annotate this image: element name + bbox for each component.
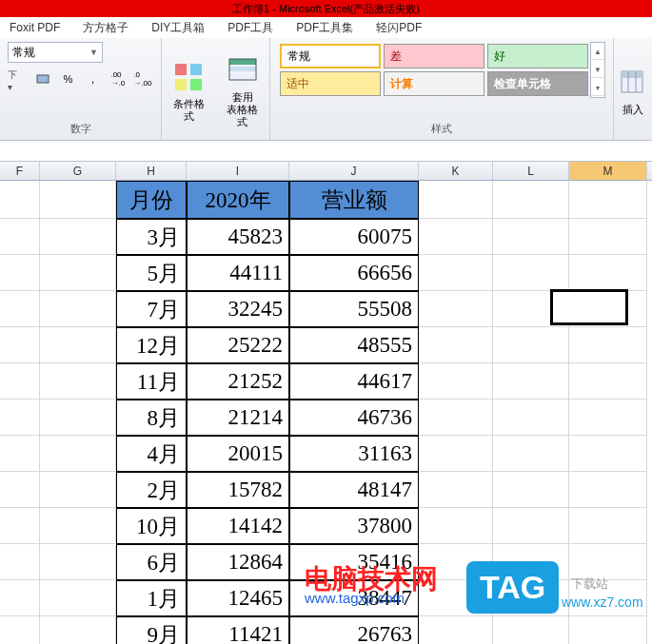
- table-cell[interactable]: 8月: [116, 400, 187, 436]
- cell[interactable]: [493, 291, 569, 327]
- table-cell[interactable]: 48147: [289, 472, 419, 508]
- cell[interactable]: [493, 363, 569, 400]
- cell[interactable]: [419, 255, 493, 291]
- cell[interactable]: [0, 291, 40, 327]
- cell[interactable]: [419, 400, 493, 436]
- cell[interactable]: [493, 181, 569, 219]
- col-header-g[interactable]: G: [40, 162, 116, 180]
- cell[interactable]: [569, 363, 647, 400]
- table-cell[interactable]: 44617: [289, 363, 419, 400]
- table-cell[interactable]: 12465: [187, 580, 289, 616]
- cell[interactable]: [0, 508, 40, 544]
- tab-foxit[interactable]: Foxit PDF: [10, 21, 60, 34]
- cell[interactable]: [493, 255, 569, 291]
- cell[interactable]: [493, 219, 569, 255]
- style-up-icon[interactable]: ▲: [591, 44, 604, 60]
- cell[interactable]: [40, 181, 116, 219]
- col-header-m[interactable]: M: [569, 162, 647, 180]
- table-cell[interactable]: 14142: [187, 508, 289, 544]
- table-cell[interactable]: 20015: [187, 436, 289, 472]
- insert-button[interactable]: 插入: [614, 38, 652, 140]
- tab-diy[interactable]: DIY工具箱: [151, 20, 205, 36]
- table-cell[interactable]: 11月: [116, 363, 187, 400]
- table-cell[interactable]: 38447: [289, 580, 419, 616]
- formula-bar[interactable]: [0, 141, 652, 162]
- cell[interactable]: [569, 472, 647, 508]
- table-cell[interactable]: 44111: [187, 255, 289, 291]
- cell[interactable]: [419, 291, 493, 327]
- style-good[interactable]: 好: [487, 44, 588, 68]
- table-cell[interactable]: 21214: [187, 400, 289, 436]
- table-cell[interactable]: 7月: [116, 291, 187, 327]
- cell[interactable]: [0, 255, 40, 291]
- decrease-decimal-button[interactable]: .0→.00: [132, 68, 153, 89]
- table-cell[interactable]: 66656: [289, 255, 419, 291]
- cell[interactable]: [569, 327, 647, 363]
- table-cell[interactable]: 32245: [187, 291, 289, 327]
- table-cell[interactable]: 46736: [289, 400, 419, 436]
- table-cell[interactable]: 21252: [187, 363, 289, 400]
- cell[interactable]: [419, 363, 493, 400]
- cell[interactable]: [569, 291, 647, 327]
- cell[interactable]: [419, 472, 493, 508]
- table-cell[interactable]: 12864: [187, 544, 289, 580]
- cell[interactable]: [493, 580, 569, 616]
- col-header-j[interactable]: J: [289, 162, 419, 180]
- table-header[interactable]: 营业额: [289, 181, 419, 219]
- table-cell[interactable]: 37800: [289, 508, 419, 544]
- cell[interactable]: [569, 544, 647, 580]
- cell[interactable]: [493, 544, 569, 580]
- style-bad[interactable]: 差: [384, 44, 484, 68]
- table-cell[interactable]: 12月: [116, 327, 187, 363]
- style-check[interactable]: 检查单元格: [487, 71, 588, 96]
- col-header-k[interactable]: K: [419, 162, 493, 180]
- table-cell[interactable]: 35416: [289, 544, 419, 580]
- cell[interactable]: [0, 472, 40, 508]
- table-cell[interactable]: 26763: [289, 616, 419, 644]
- cell[interactable]: [40, 255, 116, 291]
- table-header[interactable]: 月份: [116, 181, 187, 219]
- table-cell[interactable]: 45823: [187, 219, 289, 255]
- table-cell[interactable]: 31163: [289, 436, 419, 472]
- cell[interactable]: [419, 181, 493, 219]
- cell[interactable]: [40, 327, 116, 363]
- style-down-icon[interactable]: ▼: [591, 62, 604, 78]
- cell[interactable]: [0, 580, 40, 616]
- style-neutral[interactable]: 适中: [280, 71, 381, 96]
- tab-pdftool[interactable]: PDF工具: [227, 20, 273, 36]
- cell[interactable]: [419, 327, 493, 363]
- col-header-f[interactable]: F: [0, 162, 40, 180]
- increase-decimal-button[interactable]: .00→.0: [108, 68, 128, 89]
- cell[interactable]: [0, 400, 40, 436]
- cell[interactable]: [569, 181, 647, 219]
- cell[interactable]: [569, 436, 647, 472]
- cell[interactable]: [419, 544, 493, 580]
- tab-fangfang[interactable]: 方方格子: [83, 20, 128, 36]
- table-cell[interactable]: 9月: [116, 616, 187, 644]
- cell[interactable]: [419, 508, 493, 544]
- col-header-l[interactable]: L: [493, 162, 569, 180]
- cell[interactable]: [569, 580, 647, 616]
- table-cell[interactable]: 2月: [116, 472, 187, 508]
- cell[interactable]: [419, 436, 493, 472]
- style-more-icon[interactable]: ▾: [591, 80, 604, 96]
- table-format-button[interactable]: 套用 表格格式: [216, 38, 270, 140]
- cell[interactable]: [569, 219, 647, 255]
- table-cell[interactable]: 10月: [116, 508, 187, 544]
- cell[interactable]: [40, 616, 116, 644]
- cell[interactable]: [40, 291, 116, 327]
- cell[interactable]: [40, 472, 116, 508]
- table-cell[interactable]: 25222: [187, 327, 289, 363]
- number-format-select[interactable]: 常规 ▼: [8, 42, 103, 63]
- table-cell[interactable]: 11421: [187, 616, 289, 644]
- style-calc[interactable]: 计算: [384, 71, 484, 96]
- worksheet[interactable]: F G H I J K L M 月份2020年营业额3月45823600755月…: [0, 162, 652, 644]
- cell[interactable]: [419, 219, 493, 255]
- grid[interactable]: 月份2020年营业额3月45823600755月44111666567月3224…: [0, 181, 652, 644]
- cell[interactable]: [569, 255, 647, 291]
- table-cell[interactable]: 6月: [116, 544, 187, 580]
- table-header[interactable]: 2020年: [187, 181, 289, 219]
- table-cell[interactable]: 4月: [116, 436, 187, 472]
- cell[interactable]: [40, 363, 116, 400]
- cell[interactable]: [40, 436, 116, 472]
